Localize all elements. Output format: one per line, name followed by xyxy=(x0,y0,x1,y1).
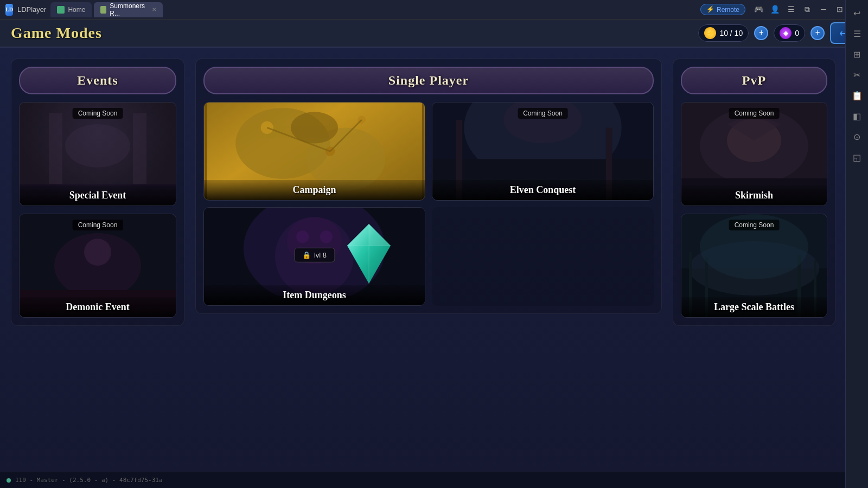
campaign-title: Campaign xyxy=(292,184,336,195)
page-title: Game Modes xyxy=(11,24,102,42)
title-bar-right: ⚡ Remote 🎮 👤 ☰ ⧉ ─ ⊡ ✕ xyxy=(700,2,868,17)
sidebar-icon-3[interactable]: ⊞ xyxy=(848,46,866,63)
single-player-grid: Campaign xyxy=(203,102,654,306)
demonic-event-badge: Coming Soon xyxy=(73,220,123,230)
remote-button[interactable]: ⚡ Remote xyxy=(700,4,745,15)
svg-point-3 xyxy=(65,124,130,168)
skirmish-title: Skirmish xyxy=(735,190,773,201)
lock-icon: 🔒 xyxy=(302,251,311,259)
status-indicator xyxy=(7,478,11,483)
tab-area: Home Summoners R... ✕ xyxy=(50,2,163,17)
energy-pill: ⚡ 10 / 10 xyxy=(698,24,749,42)
sidebar-icon-1[interactable]: ↩ xyxy=(848,4,866,22)
title-bar: LD LDPlayer Home Summoners R... ✕ ⚡ Remo… xyxy=(0,0,868,20)
large-scale-battles-badge: Coming Soon xyxy=(729,220,780,230)
right-sidebar: ↩ ☰ ⊞ ✂ 📋 ◧ ⊙ ◱ xyxy=(845,0,868,488)
item-dungeons-label: Item Dungeons xyxy=(204,285,425,305)
demonic-event-card[interactable]: Coming Soon Demonic Event xyxy=(19,214,176,318)
skirmish-card[interactable]: Coming Soon Skirmish xyxy=(681,102,827,206)
lock-badge: 🔒 lvl 8 xyxy=(294,248,335,262)
svg-point-30 xyxy=(320,230,333,243)
elven-conquest-card[interactable]: Coming Soon Elven Conquest xyxy=(432,102,654,201)
sidebar-icon-5[interactable]: 📋 xyxy=(848,87,866,104)
energy-value: 10 / 10 xyxy=(719,29,743,37)
special-event-badge: Coming Soon xyxy=(73,108,123,119)
game-tab[interactable]: Summoners R... ✕ xyxy=(94,2,163,17)
minimize-icon[interactable]: 🎮 xyxy=(751,2,766,17)
gem-pill: ◆ 0 xyxy=(774,24,805,42)
large-scale-battles-title: Large Scale Battles xyxy=(714,301,794,312)
sidebar-icon-6[interactable]: ◧ xyxy=(848,107,866,125)
resource-area: ⚡ 10 / 10 + ◆ 0 + ↩ xyxy=(698,22,857,44)
ld-player-label: LDPlayer xyxy=(17,5,46,14)
sidebar-icon-4[interactable]: ✂ xyxy=(848,66,866,84)
pvp-section: PvP Coming Soon Skirmish xyxy=(673,59,835,326)
special-event-label: Special Event xyxy=(20,185,176,206)
events-header: Events xyxy=(19,67,176,94)
elven-conquest-title: Elven Conquest xyxy=(510,184,576,195)
home-tab[interactable]: Home xyxy=(50,2,92,17)
single-player-column: Single Player xyxy=(195,59,662,461)
gem-add-btn[interactable]: + xyxy=(810,26,825,40)
svg-point-13 xyxy=(261,121,273,134)
skirmish-label: Skirmish xyxy=(681,185,827,206)
events-section: Events Coming Soon xyxy=(11,59,184,326)
single-player-header: Single Player xyxy=(203,67,654,94)
gem-value: 0 xyxy=(795,29,799,37)
window-icon[interactable]: ⧉ xyxy=(800,2,815,17)
events-column: Events Coming Soon xyxy=(11,59,184,461)
pvp-header: PvP xyxy=(681,67,827,94)
energy-icon: ⚡ xyxy=(704,27,716,39)
top-bar: Game Modes ⚡ 10 / 10 + ◆ 0 + ↩ xyxy=(0,20,868,48)
elven-conquest-label: Elven Conquest xyxy=(432,180,653,200)
pvp-column: PvP Coming Soon Skirmish xyxy=(673,59,835,461)
lock-level: lvl 8 xyxy=(314,251,327,259)
status-bar: 119 - Master - (2.5.0 - a) - 48c7fd75-31… xyxy=(0,472,868,488)
item-dungeons-card[interactable]: 🔒 lvl 8 Item Dungeons xyxy=(203,207,425,306)
special-event-card[interactable]: Coming Soon Special Event xyxy=(19,102,176,206)
demonic-event-label: Demonic Event xyxy=(20,297,176,317)
large-scale-battles-label: Large Scale Battles xyxy=(681,297,827,317)
skirmish-badge: Coming Soon xyxy=(729,108,780,119)
minimize-btn[interactable]: ─ xyxy=(816,2,831,17)
large-scale-battles-card[interactable]: Coming Soon Large Scale Battles xyxy=(681,214,827,318)
special-event-title: Special Event xyxy=(69,190,126,201)
energy-add-btn[interactable]: + xyxy=(754,26,768,40)
gem-icon: ◆ xyxy=(780,27,792,39)
main-content: Events Coming Soon xyxy=(0,48,868,472)
campaign-card[interactable]: Campaign xyxy=(203,102,425,201)
sidebar-icon-2[interactable]: ☰ xyxy=(848,25,866,42)
campaign-label: Campaign xyxy=(204,180,425,200)
ld-logo: LD xyxy=(5,4,13,16)
empty-slot xyxy=(432,207,654,306)
demonic-event-title: Demonic Event xyxy=(66,301,129,312)
svg-point-8 xyxy=(84,239,111,266)
sidebar-icon-7[interactable]: ⊙ xyxy=(848,128,866,145)
svg-point-29 xyxy=(296,230,309,243)
item-dungeons-title: Item Dungeons xyxy=(283,290,346,300)
person-icon[interactable]: 👤 xyxy=(767,2,782,17)
menu-icon[interactable]: ☰ xyxy=(783,2,799,17)
tab-close-btn[interactable]: ✕ xyxy=(152,7,156,12)
status-text: 119 - Master - (2.5.0 - a) - 48c7fd75-31… xyxy=(15,477,163,484)
title-bar-left: LD LDPlayer Home Summoners R... ✕ xyxy=(0,2,152,17)
elven-conquest-badge: Coming Soon xyxy=(518,108,568,119)
sidebar-icon-8[interactable]: ◱ xyxy=(848,149,866,166)
single-player-section: Single Player xyxy=(195,59,662,314)
